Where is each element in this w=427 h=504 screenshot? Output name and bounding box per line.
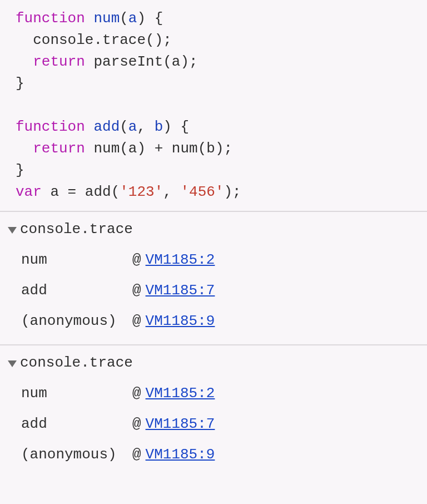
code-token: '123' [120,184,163,200]
trace-row: (anonymous)@VM1185:9 [8,306,417,337]
code-block: function num(a) { console.trace(); retur… [0,0,427,211]
trace-title: console.trace [20,219,133,240]
code-token: } [16,162,24,179]
code-token: function [16,118,85,135]
code-token: ); [224,184,241,200]
trace-function-name: num [21,383,132,404]
trace-function-name: (anonymous) [21,444,132,466]
code-token: function [16,10,85,27]
code-token [85,10,94,27]
code-line [16,95,417,116]
trace-source-link[interactable]: VM1185:2 [146,249,215,271]
code-line: } [16,160,417,181]
code-line: console.trace(); [16,29,417,51]
code-token: b [155,118,163,135]
trace-source-link[interactable]: VM1185:9 [146,310,215,332]
code-token: var [16,184,42,200]
trace-at-symbol: @ [132,383,141,404]
code-token: ( [120,10,128,27]
trace-header[interactable]: console.trace [8,219,417,240]
trace-row: num@VM1185:2 [8,245,417,275]
trace-row: num@VM1185:2 [8,378,417,409]
code-token [85,118,94,135]
trace-source-link[interactable]: VM1185:7 [146,280,215,302]
code-line: function num(a) { [16,8,417,29]
trace-row: (anonymous)@VM1185:9 [8,439,417,470]
code-token: return [33,53,85,70]
trace-at-symbol: @ [132,413,141,435]
trace-block: console.tracenum@VM1185:2add@VM1185:7(an… [0,344,427,478]
code-line: var a = add('123', '456'); [16,181,417,203]
code-token: parseInt(a); [85,53,198,70]
code-token: return [33,140,85,157]
code-line: } [16,73,417,95]
code-line: function add(a, b) { [16,116,417,138]
trace-function-name: add [21,413,132,435]
chevron-down-icon [8,227,17,234]
trace-at-symbol: @ [132,444,141,466]
code-token: ( [120,118,128,135]
trace-function-name: num [21,249,132,271]
code-token: num(a) + num(b); [85,140,232,157]
code-token: , [163,184,180,200]
trace-block: console.tracenum@VM1185:2add@VM1185:7(an… [0,211,427,344]
chevron-down-icon [8,360,17,367]
code-token: '456' [180,184,224,200]
trace-function-name: add [21,280,132,302]
code-line: return num(a) + num(b); [16,138,417,160]
trace-header[interactable]: console.trace [8,352,417,374]
trace-at-symbol: @ [132,310,141,332]
code-token: a [128,118,137,135]
trace-title: console.trace [20,352,133,374]
code-token: num [93,10,120,27]
code-token: } [16,75,24,92]
code-token: , [137,118,154,135]
code-token: a [128,10,137,27]
code-token: add [93,118,120,135]
trace-at-symbol: @ [132,249,141,271]
code-token [16,140,33,157]
code-token: ) { [163,118,189,135]
code-line: return parseInt(a); [16,51,417,73]
trace-at-symbol: @ [132,280,141,302]
trace-row: add@VM1185:7 [8,275,417,306]
trace-source-link[interactable]: VM1185:9 [146,444,215,466]
code-token: ) { [137,10,163,27]
code-token [16,53,33,70]
code-token: a = add( [42,184,120,200]
trace-source-link[interactable]: VM1185:2 [146,383,215,404]
trace-row: add@VM1185:7 [8,409,417,439]
code-token: console.trace(); [16,32,172,48]
trace-source-link[interactable]: VM1185:7 [146,413,215,435]
trace-function-name: (anonymous) [21,310,132,332]
